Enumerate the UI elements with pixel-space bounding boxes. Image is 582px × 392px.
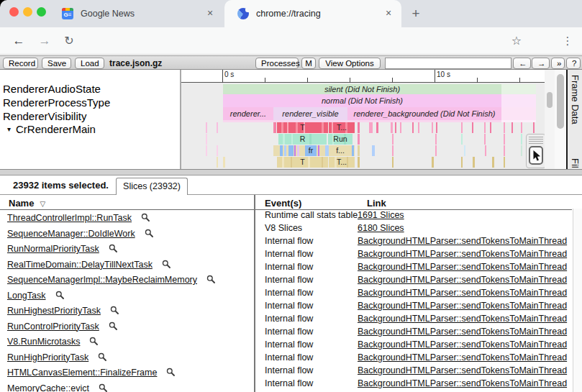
trace-slice[interactable]: [511, 122, 513, 133]
search-input[interactable]: [385, 58, 511, 69]
trace-slice[interactable]: [418, 122, 419, 133]
magnifier-icon[interactable]: [89, 337, 99, 346]
trace-slice[interactable]: [318, 145, 319, 156]
trace-slice[interactable]: [281, 122, 283, 133]
tab-close-icon[interactable]: ×: [204, 8, 216, 19]
tool-grip-handle[interactable]: [529, 137, 543, 144]
trace-slice[interactable]: [521, 145, 522, 156]
trace-slice[interactable]: [392, 134, 394, 145]
sidebar-tab-file[interactable]: Fil: [570, 158, 581, 168]
trace-slice[interactable]: [280, 145, 283, 156]
slice-name-link[interactable]: RunControlPriorityTask: [7, 322, 99, 332]
trace-slice[interactable]: [347, 157, 348, 168]
trace-slice[interactable]: [223, 157, 225, 168]
trace-slice[interactable]: [358, 157, 360, 168]
trace-slice[interactable]: [332, 122, 333, 133]
trace-slice[interactable]: [329, 157, 355, 168]
trace-slice[interactable]: [391, 122, 393, 133]
trace-slice[interactable]: [358, 122, 360, 133]
magnifier-icon[interactable]: [166, 368, 176, 377]
slice-name-link[interactable]: ThreadControllerImpl::RunTask: [7, 213, 132, 223]
bookmark-star-icon[interactable]: ☆: [508, 32, 525, 50]
forward-icon[interactable]: →: [36, 32, 53, 50]
slice-name-link[interactable]: RunNormalPriorityTask: [7, 244, 99, 254]
event-link[interactable]: BackgroundHTMLParser::sendTokensToMainTh…: [358, 275, 567, 285]
magnifier-icon[interactable]: [141, 213, 150, 222]
slice-name-link[interactable]: RunHighestPriorityTask: [7, 306, 101, 316]
trace-slice[interactable]: [322, 122, 324, 133]
magnifier-icon[interactable]: [55, 291, 65, 300]
slice-name-link[interactable]: V8.RunMicrotasks: [7, 337, 80, 347]
timeline-strip-segment[interactable]: renderer_visible: [273, 107, 347, 120]
find-prev-button[interactable]: ←: [513, 58, 531, 69]
trace-slice[interactable]: [217, 122, 218, 133]
slice-name-link[interactable]: LongTask: [7, 291, 46, 301]
trace-slice[interactable]: [432, 157, 434, 168]
trace-slice[interactable]: [521, 134, 522, 145]
slice-name-link[interactable]: SequenceManager::DoIdleWork: [7, 229, 135, 239]
slice-name-link[interactable]: RunHighPriorityTask: [7, 352, 88, 363]
timeline-strip-segment[interactable]: [501, 120, 536, 122]
back-icon[interactable]: ←: [10, 32, 27, 50]
browser-menu-icon[interactable]: ⋮: [559, 32, 576, 50]
event-link[interactable]: BackgroundHTMLParser::sendTokensToMainTh…: [358, 378, 567, 388]
magnifier-icon[interactable]: [162, 260, 171, 269]
trace-slice[interactable]: [432, 122, 433, 133]
slice-name-link[interactable]: HTMLCanvasElement::FinalizeFrame: [7, 368, 157, 378]
trace-slice[interactable]: [492, 157, 494, 168]
reload-icon[interactable]: ↻: [60, 32, 78, 50]
trace-slice[interactable]: [484, 134, 486, 145]
new-tab-button[interactable]: +: [407, 5, 424, 22]
processes-button[interactable]: Processes: [255, 58, 299, 69]
trace-slice[interactable]: [504, 134, 505, 145]
trace-slice[interactable]: [325, 145, 329, 156]
event-link[interactable]: BackgroundHTMLParser::sendTokensToMainTh…: [358, 301, 567, 311]
trace-slice[interactable]: [392, 145, 394, 156]
trace-slice[interactable]: [283, 134, 285, 145]
zoom-window-button[interactable]: [37, 7, 46, 17]
thread-track-crrenderermain[interactable]: ▾CrRendererMain: [0, 123, 96, 135]
slice-name-link[interactable]: RealTimeDomain::DelayTillNextTask: [7, 260, 153, 270]
event-link[interactable]: 1691 Slices: [358, 210, 404, 220]
timeline-strip-segment[interactable]: renderer_backgrounded (Did Not Finish): [347, 107, 501, 120]
magnifier-icon[interactable]: [206, 275, 216, 284]
event-link[interactable]: BackgroundHTMLParser::sendTokensToMainTh…: [358, 365, 567, 375]
magnifier-icon[interactable]: [98, 352, 107, 362]
trace-slice[interactable]: [504, 157, 505, 168]
trace-slice[interactable]: [472, 122, 473, 133]
trace-slice[interactable]: [435, 134, 437, 145]
trace-slice[interactable]: [504, 122, 505, 133]
timeline-strip-segment[interactable]: [501, 94, 536, 107]
trace-slice[interactable]: [277, 157, 328, 168]
trace-slice[interactable]: [521, 122, 522, 133]
scrollbar-thumb[interactable]: [557, 74, 564, 129]
load-button[interactable]: Load: [75, 58, 104, 69]
trace-slice[interactable]: [345, 122, 347, 133]
trace-slice[interactable]: [282, 157, 284, 168]
trace-slice[interactable]: [473, 157, 475, 168]
name-column-header[interactable]: Name▽: [9, 198, 45, 209]
trace-slice[interactable]: [304, 122, 305, 133]
timeline-scrollbar[interactable]: [545, 70, 555, 169]
trace-slice[interactable]: [206, 134, 207, 145]
trace-slice[interactable]: [461, 122, 463, 133]
magnifier-icon[interactable]: [99, 383, 108, 392]
slices-tab[interactable]: Slices (23932): [116, 178, 188, 195]
scrollbar-thumb[interactable]: [547, 92, 553, 108]
trace-slice[interactable]: [335, 157, 337, 168]
magnifier-icon[interactable]: [110, 306, 119, 315]
minimize-window-button[interactable]: [23, 7, 32, 17]
trace-slice[interactable]: [278, 134, 327, 145]
magnifier-icon[interactable]: [109, 244, 118, 253]
panel-scrollbar[interactable]: [555, 70, 566, 169]
event-link[interactable]: BackgroundHTMLParser::sendTokensToMainTh…: [358, 327, 567, 337]
trace-slice[interactable]: [309, 134, 312, 145]
trace-slice[interactable]: [217, 157, 218, 168]
find-expand-button[interactable]: »: [551, 58, 565, 69]
trace-slice[interactable]: [358, 134, 360, 145]
panel-splitter[interactable]: [0, 169, 582, 176]
trace-slice[interactable]: [490, 122, 491, 133]
trace-slice[interactable]: [284, 145, 286, 156]
trace-slice[interactable]: [461, 134, 463, 145]
trace-slice[interactable]: [277, 122, 328, 133]
